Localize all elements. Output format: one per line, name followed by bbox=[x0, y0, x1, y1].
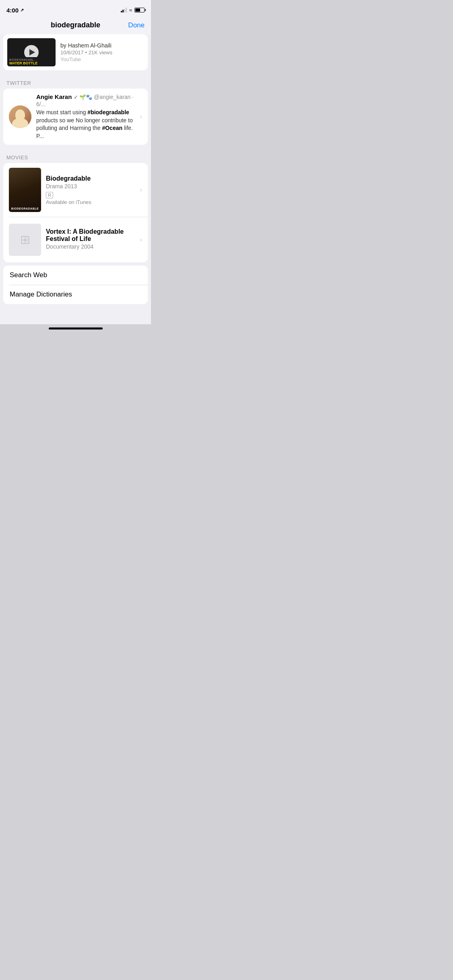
time-display: 4:00 bbox=[6, 7, 19, 14]
movie-title-2: Vortex I: A Biodegradable Festival of Li… bbox=[46, 228, 135, 243]
video-thumbnail: BIODEGRADABL... WATER BOTTLE bbox=[7, 38, 56, 66]
search-web-button[interactable]: Search Web bbox=[3, 266, 148, 285]
home-indicator-area bbox=[0, 324, 151, 333]
movie-genre-1: Drama bbox=[46, 183, 63, 189]
hashtag-biodegradable: #biodegradable bbox=[87, 109, 129, 115]
movie-rating-1: R bbox=[46, 192, 53, 198]
play-icon bbox=[29, 49, 35, 56]
tweet-chevron-icon: › bbox=[140, 113, 142, 120]
avatar-image bbox=[9, 105, 31, 128]
video-meta: 10/6/2017 • 21K views bbox=[60, 49, 144, 56]
avatar bbox=[9, 105, 31, 128]
movie-poster-bg-1: BIODEGRADABLE bbox=[9, 168, 41, 212]
status-time: 4:00 ↗ bbox=[6, 7, 24, 14]
wifi-icon: ≈ bbox=[129, 7, 132, 13]
battery-fill bbox=[135, 8, 140, 12]
location-icon: ↗ bbox=[20, 8, 24, 13]
signal-bar-4 bbox=[126, 8, 127, 12]
status-right-icons: ≈ bbox=[121, 7, 145, 13]
twitter-item[interactable]: Angie Karan ✓ 🌱🐾 @angie_karan · 6/... We… bbox=[3, 89, 148, 145]
video-author: by Hashem Al-Ghaili bbox=[60, 42, 144, 49]
verified-badge: ✓ 🌱🐾 bbox=[74, 94, 94, 100]
signal-strength bbox=[121, 8, 127, 12]
tweet-name: Angie Karan bbox=[36, 93, 72, 100]
tweet-header: Angie Karan ✓ 🌱🐾 @angie_karan · 6/... bbox=[36, 93, 135, 108]
movie-chevron-icon-2: › bbox=[140, 236, 142, 243]
movie-meta-2: Documentary 2004 bbox=[46, 243, 135, 250]
signal-bar-1 bbox=[121, 11, 122, 12]
twitter-section-header: TWITTER bbox=[0, 74, 151, 89]
movie-placeholder-2: ⊞ bbox=[9, 224, 41, 256]
nav-title: biodegradable bbox=[27, 21, 124, 29]
actions-card: Search Web Manage Dictionaries bbox=[3, 266, 148, 305]
battery-indicator bbox=[134, 8, 145, 12]
main-content: BIODEGRADABL... WATER BOTTLE by Hashem A… bbox=[0, 34, 151, 324]
movie-title-1: Biodegradable bbox=[46, 175, 135, 182]
done-button[interactable]: Done bbox=[124, 21, 145, 29]
home-bar bbox=[49, 327, 103, 329]
placeholder-icon: ⊞ bbox=[20, 233, 30, 247]
hashtag-ocean: #Ocean bbox=[102, 125, 122, 131]
movie-chevron-icon-1: › bbox=[140, 186, 142, 194]
signal-bar-3 bbox=[124, 9, 125, 12]
movie-availability-1: Available on iTunes bbox=[46, 199, 135, 205]
nav-bar: biodegradable Done bbox=[0, 18, 151, 34]
movie-poster-label-1: BIODEGRADABLE bbox=[11, 207, 39, 210]
movie-info-2: Vortex I: A Biodegradable Festival of Li… bbox=[46, 228, 135, 251]
video-source: YouTube bbox=[60, 56, 144, 62]
movie-year-1: 2013 bbox=[64, 183, 77, 189]
video-views: 21K views bbox=[89, 49, 112, 56]
twitter-card[interactable]: Angie Karan ✓ 🌱🐾 @angie_karan · 6/... We… bbox=[3, 89, 148, 145]
tweet-text: We must start using #biodegradable produ… bbox=[36, 109, 135, 140]
video-info: by Hashem Al-Ghaili 10/6/2017 • 21K view… bbox=[60, 42, 144, 62]
youtube-card[interactable]: BIODEGRADABL... WATER BOTTLE by Hashem A… bbox=[3, 34, 148, 70]
video-label-large: WATER BOTTLE bbox=[9, 61, 54, 65]
movie-item-2[interactable]: ⊞ Vortex I: A Biodegradable Festival of … bbox=[3, 217, 148, 262]
tweet-content: Angie Karan ✓ 🌱🐾 @angie_karan · 6/... We… bbox=[36, 93, 135, 140]
status-bar: 4:00 ↗ ≈ bbox=[0, 0, 151, 18]
signal-bar-2 bbox=[122, 10, 124, 12]
video-label-small: BIODEGRADABL... bbox=[9, 58, 54, 61]
tweet-author-line: Angie Karan ✓ 🌱🐾 @angie_karan · 6/... bbox=[36, 93, 135, 108]
manage-dictionaries-button[interactable]: Manage Dictionaries bbox=[3, 285, 148, 304]
movie-poster-1: BIODEGRADABLE bbox=[9, 168, 41, 212]
movie-meta-1: Drama 2013 bbox=[46, 183, 135, 189]
movie-year-2: 2004 bbox=[81, 243, 93, 250]
movie-genre-2: Documentary bbox=[46, 243, 79, 250]
movies-card: BIODEGRADABLE Biodegradable Drama 2013 R… bbox=[3, 163, 148, 262]
movie-item-1[interactable]: BIODEGRADABLE Biodegradable Drama 2013 R… bbox=[3, 163, 148, 217]
video-title-overlay: BIODEGRADABL... WATER BOTTLE bbox=[7, 57, 56, 66]
movies-section-header: MOVIES bbox=[0, 148, 151, 163]
movie-info-1: Biodegradable Drama 2013 R Available on … bbox=[46, 175, 135, 205]
video-date: 10/6/2017 bbox=[60, 49, 84, 56]
